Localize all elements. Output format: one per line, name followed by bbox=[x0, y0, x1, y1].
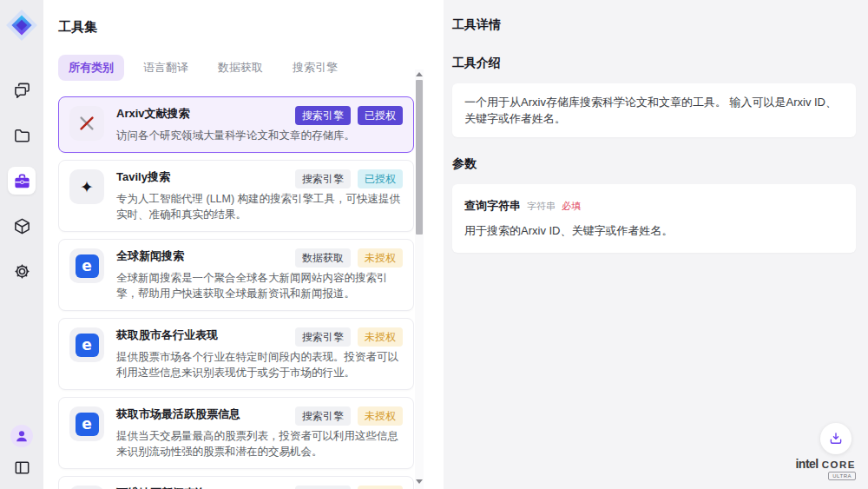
toolbox-icon[interactable] bbox=[8, 167, 36, 195]
category-badge: 数据获取 bbox=[295, 248, 351, 268]
layout-toggle-icon[interactable] bbox=[10, 456, 33, 479]
intro-card: 一个用于从Arxiv存储库搜索科学论文和文章的工具。 输入可以是Arxiv ID… bbox=[452, 83, 856, 137]
intel-core-logo: intel core Ultra bbox=[795, 457, 856, 480]
tool-card[interactable]: e获取市场最活跃股票信息搜索引擎未授权提供当天交易量最高的股票列表，投资者可以利… bbox=[58, 397, 414, 469]
brand-ultra-badge: Ultra bbox=[828, 472, 856, 480]
tool-icon-tile: e bbox=[69, 248, 104, 283]
param-type: 字符串 bbox=[527, 200, 556, 213]
tab-搜索引擎[interactable]: 搜索引擎 bbox=[282, 55, 348, 81]
category-badge: 搜索引擎 bbox=[295, 106, 351, 125]
cube-icon[interactable] bbox=[8, 212, 36, 240]
category-badge: 搜索引擎 bbox=[295, 169, 351, 188]
parameter-card: 查询字符串 字符串 必填 用于搜索的Arxiv ID、关键字或作者姓名。 bbox=[452, 184, 856, 253]
tool-detail-panel: 工具详情 工具介绍 一个用于从Arxiv存储库搜索科学论文和文章的工具。 输入可… bbox=[444, 0, 868, 489]
intro-heading: 工具介绍 bbox=[452, 56, 856, 71]
tab-数据获取[interactable]: 数据获取 bbox=[207, 55, 273, 81]
tab-所有类别[interactable]: 所有类别 bbox=[58, 55, 124, 81]
scrollbar-down-arrow[interactable] bbox=[416, 479, 423, 484]
tool-icon-tile: ✦ bbox=[69, 169, 104, 204]
download-button[interactable] bbox=[820, 423, 852, 454]
auth-status-badge: 已授权 bbox=[358, 169, 403, 188]
user-avatar-icon[interactable] bbox=[10, 425, 33, 447]
tool-description: 访问各个研究领域大量科学论文和文章的存储库。 bbox=[116, 128, 403, 143]
tool-title: Arxiv文献搜索 bbox=[116, 106, 190, 122]
param-description: 用于搜索的Arxiv ID、关键字或作者姓名。 bbox=[464, 222, 844, 239]
tool-card[interactable]: 万维地区新闻查询搜索引擎未授权查询具体行政区划内的新闻，快速了解各地新闻动 bbox=[58, 476, 414, 489]
tool-icon-tile bbox=[69, 106, 104, 141]
rail-bottom bbox=[10, 425, 33, 479]
tool-description: 提供当天交易量最高的股票列表，投资者可以利用这些信息来识别流动性强的股票和潜在的… bbox=[116, 428, 403, 459]
download-icon bbox=[828, 431, 844, 446]
tab-语言翻译[interactable]: 语言翻译 bbox=[133, 55, 199, 81]
tool-icon-tile: e bbox=[69, 327, 104, 362]
star-icon: ✦ bbox=[80, 179, 94, 195]
rail-nav bbox=[8, 76, 36, 285]
param-required-badge: 必填 bbox=[562, 200, 581, 213]
category-tabs: 所有类别语言翻译数据获取搜索引擎 bbox=[58, 55, 437, 81]
left-icon-rail bbox=[0, 0, 43, 489]
auth-status-badge: 未授权 bbox=[358, 327, 403, 347]
intro-text: 一个用于从Arxiv存储库搜索科学论文和文章的工具。 输入可以是Arxiv ID… bbox=[464, 94, 844, 127]
tool-title: 全球新闻搜索 bbox=[116, 248, 184, 264]
tool-title: 获取市场最活跃股票信息 bbox=[116, 406, 240, 422]
tool-icon-tile bbox=[69, 486, 104, 489]
category-badge: 搜索引擎 bbox=[295, 486, 351, 489]
auth-status-badge: 未授权 bbox=[358, 486, 403, 489]
params-heading: 参数 bbox=[452, 156, 856, 172]
tool-description: 提供股票市场各个行业在特定时间段内的表现。投资者可以利用这些信息来识别表现优于或… bbox=[116, 349, 403, 380]
category-badge: 搜索引擎 bbox=[295, 406, 351, 426]
chat-icon[interactable] bbox=[8, 76, 36, 104]
tool-description: 专为人工智能代理 (LLM) 构建的搜索引擎工具，可快速提供实时、准确和真实的结… bbox=[116, 191, 403, 222]
news-e-icon: e bbox=[76, 413, 99, 436]
category-badge: 搜索引擎 bbox=[295, 327, 351, 347]
tool-title: 万维地区新闻查询 bbox=[116, 486, 207, 489]
tool-description: 全球新闻搜索是一个聚合全球各大新闻网站内容的搜索引擎，帮助用户快速获取全球最新资… bbox=[116, 270, 403, 301]
diamond-logo-icon[interactable] bbox=[5, 9, 38, 42]
tool-title: 获取股市各行业表现 bbox=[116, 327, 218, 343]
gear-icon[interactable] bbox=[8, 257, 36, 285]
param-name: 查询字符串 bbox=[464, 198, 521, 214]
tool-card[interactable]: e全球新闻搜索数据获取未授权全球新闻搜索是一个聚合全球各大新闻网站内容的搜索引擎… bbox=[58, 239, 414, 311]
page-title: 工具集 bbox=[58, 19, 437, 36]
arxiv-x-icon bbox=[77, 114, 96, 133]
list-scrollbar[interactable] bbox=[415, 69, 424, 489]
auth-status-badge: 未授权 bbox=[358, 406, 403, 426]
app-window: 工具集 所有类别语言翻译数据获取搜索引擎 Arxiv文献搜索搜索引擎已授权访问各… bbox=[0, 0, 868, 489]
brand-intel-text: intel bbox=[795, 457, 818, 471]
scrollbar-up-arrow[interactable] bbox=[416, 72, 423, 76]
tool-icon-tile: e bbox=[69, 406, 104, 441]
toolset-panel: 工具集 所有类别语言翻译数据获取搜索引擎 Arxiv文献搜索搜索引擎已授权访问各… bbox=[43, 0, 437, 489]
tool-card[interactable]: Arxiv文献搜索搜索引擎已授权访问各个研究领域大量科学论文和文章的存储库。 bbox=[58, 96, 414, 153]
folder-icon[interactable] bbox=[8, 122, 36, 149]
tool-card[interactable]: e获取股市各行业表现搜索引擎未授权提供股票市场各个行业在特定时间段内的表现。投资… bbox=[58, 318, 414, 390]
scrollbar-thumb[interactable] bbox=[416, 80, 423, 235]
brand-core-text: core bbox=[822, 459, 856, 470]
auth-status-badge: 未授权 bbox=[358, 248, 403, 268]
news-e-icon: e bbox=[76, 254, 99, 278]
tool-title: Tavily搜索 bbox=[116, 169, 170, 185]
tool-card[interactable]: ✦Tavily搜索搜索引擎已授权专为人工智能代理 (LLM) 构建的搜索引擎工具… bbox=[58, 160, 414, 232]
auth-status-badge: 已授权 bbox=[358, 106, 403, 125]
tool-card-list: Arxiv文献搜索搜索引擎已授权访问各个研究领域大量科学论文和文章的存储库。✦T… bbox=[58, 96, 414, 489]
news-e-icon: e bbox=[76, 334, 99, 357]
detail-title: 工具详情 bbox=[452, 17, 856, 33]
